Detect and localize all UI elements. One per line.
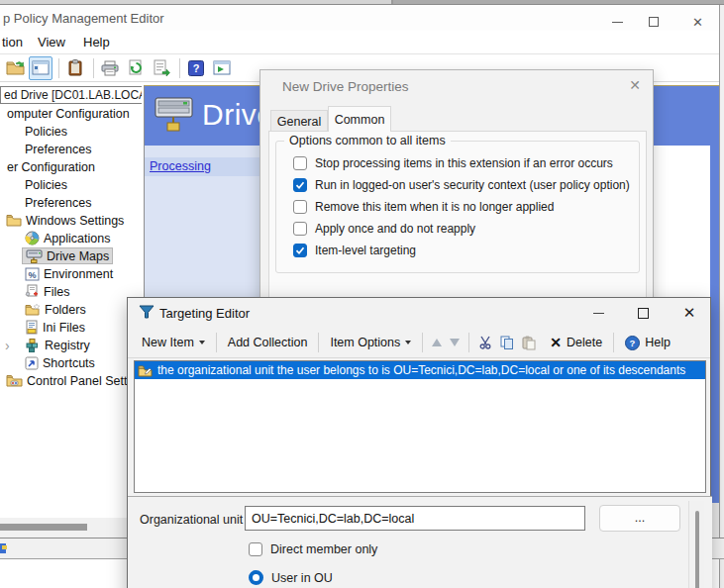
- stop-processing-checkbox[interactable]: [293, 156, 307, 170]
- svg-text:%: %: [28, 269, 36, 279]
- direct-member-checkbox[interactable]: [249, 542, 262, 556]
- tree-item-control-panel-settings[interactable]: Control Panel Sett: [0, 372, 142, 390]
- direct-member-only-row[interactable]: Direct member only: [249, 542, 377, 556]
- te-minimize-button[interactable]: [583, 298, 613, 328]
- option-row-stop-processing[interactable]: Stop processing items in this extension …: [293, 155, 613, 171]
- te-close-button[interactable]: ✕: [674, 298, 704, 328]
- paste-icon: [522, 336, 536, 350]
- open-folder-arrow-icon[interactable]: [3, 56, 27, 80]
- files-icon: [25, 284, 40, 299]
- tree-item-label: Control Panel Sett: [27, 372, 127, 390]
- direct-member-label: Direct member only: [270, 542, 377, 556]
- tree-item-registry[interactable]: ›Registry: [0, 337, 142, 354]
- toolbar-separator: [468, 333, 469, 352]
- tree-item-user-configuration[interactable]: er Configuration: [0, 158, 142, 176]
- tree-item-folders[interactable]: Folders: [0, 301, 142, 319]
- processing-link[interactable]: Processing: [150, 159, 211, 173]
- tree-item-environment[interactable]: %Environment: [0, 265, 142, 283]
- printer-icon[interactable]: [98, 56, 122, 80]
- delete-button[interactable]: ✕Delete: [544, 331, 608, 354]
- remove-when-no-longer-applied-checkbox[interactable]: [293, 200, 307, 214]
- arrow-up-icon: [432, 339, 442, 346]
- targeting-item-row[interactable]: the organizational unit the user belongs…: [135, 361, 705, 379]
- tree-item-computer-configuration[interactable]: omputer Configuration: [0, 105, 142, 123]
- option-row-apply-once[interactable]: Apply once and do not reapply: [293, 221, 475, 237]
- tree-horizontal-scrollbar[interactable]: [0, 518, 142, 538]
- arrow-down-icon: [450, 339, 460, 346]
- tree-item-drive-maps[interactable]: Drive Maps: [0, 247, 142, 265]
- move-up-button[interactable]: [428, 335, 446, 350]
- item-level-targeting-checkbox[interactable]: [293, 244, 307, 257]
- toolbar-separator: [179, 58, 180, 78]
- scrollbar-thumb[interactable]: [0, 524, 87, 531]
- cut-button[interactable]: [474, 332, 496, 353]
- close-button[interactable]: ✕: [692, 16, 703, 29]
- window-play-icon[interactable]: [210, 56, 234, 80]
- menu-view[interactable]: View: [38, 35, 65, 49]
- menu-tion[interactable]: tion: [2, 35, 23, 49]
- tree-root-node[interactable]: ed Drive [DC01.LAB.LOCA: [0, 86, 142, 104]
- minimize-button[interactable]: [612, 22, 623, 23]
- item-options-button[interactable]: Item Options: [324, 332, 417, 353]
- dialog-close-icon[interactable]: ✕: [629, 77, 641, 93]
- copy-button[interactable]: [496, 332, 518, 353]
- applications-icon: [25, 231, 40, 245]
- option-label: Apply once and do not reapply: [315, 222, 475, 236]
- export-list-icon[interactable]: [150, 56, 173, 80]
- tree-item-windows-settings[interactable]: Windows Settings: [0, 212, 142, 230]
- help-box-icon[interactable]: ?: [184, 56, 208, 80]
- toolbar-separator: [216, 333, 217, 352]
- tree-item-computer-preferences[interactable]: Preferences: [0, 141, 142, 158]
- refresh-icon[interactable]: [124, 56, 148, 80]
- option-label: Stop processing items in this extension …: [315, 156, 613, 170]
- tree-item-computer-policies[interactable]: Policies: [0, 123, 142, 141]
- user-in-ou-row[interactable]: User in OU: [249, 570, 333, 585]
- expander-chevron-icon[interactable]: ›: [5, 337, 10, 354]
- console-tree: ed Drive [DC01.LAB.LOCAomputer Configura…: [0, 82, 142, 518]
- tree-item-label: Policies: [25, 176, 67, 194]
- option-row-item-level-targeting[interactable]: Item-level targeting: [293, 243, 416, 258]
- toolbar-separator: [613, 333, 614, 352]
- tree-item-ini-files[interactable]: Ini Files: [0, 319, 142, 337]
- delete-label: Delete: [567, 336, 602, 349]
- user-in-ou-radio[interactable]: [249, 570, 263, 585]
- tree-item-files[interactable]: Files: [0, 283, 142, 301]
- tab-common[interactable]: Common: [328, 106, 391, 132]
- organizational-unit-input[interactable]: [245, 506, 585, 531]
- run-user-context-checkbox[interactable]: [293, 178, 307, 192]
- tree-item-applications[interactable]: Applications: [0, 230, 142, 247]
- tree-item-user-policies[interactable]: Policies: [0, 176, 142, 194]
- option-row-run-user-context[interactable]: Run in logged-on user's security context…: [293, 177, 630, 193]
- toolbar-separator: [422, 333, 423, 352]
- paste-button[interactable]: [518, 332, 544, 354]
- option-label: Run in logged-on user's security context…: [315, 178, 630, 192]
- maximize-button[interactable]: [649, 17, 659, 27]
- control-panel-icon: [6, 374, 23, 387]
- console-window-icon[interactable]: [29, 56, 52, 80]
- clipboard-icon[interactable]: [63, 56, 87, 80]
- move-down-button[interactable]: [446, 335, 464, 350]
- new-item-button[interactable]: New Item: [136, 332, 211, 353]
- detail-scrollbar-thumb[interactable]: [695, 511, 699, 588]
- status-icon-fragment: [0, 542, 9, 558]
- tab-general[interactable]: General: [270, 110, 328, 132]
- menu-help[interactable]: Help: [83, 35, 110, 49]
- te-maximize-button[interactable]: [628, 298, 658, 328]
- tree-item-label: Policies: [25, 123, 67, 141]
- window-right-gutter: [719, 5, 724, 588]
- option-label: Item-level targeting: [315, 244, 416, 257]
- browse-button[interactable]: ...: [599, 505, 680, 532]
- screen: p Policy Management Editor ✕ tionViewHel…: [0, 0, 724, 588]
- item-options-button-label: Item Options: [330, 336, 400, 349]
- tree-item-user-preferences[interactable]: Preferences: [0, 194, 142, 212]
- gpme-window-title: p Policy Management Editor: [3, 11, 164, 26]
- add-collection-button[interactable]: Add Collection: [222, 332, 314, 353]
- drive-icon: [26, 249, 43, 263]
- option-row-remove-when-no-longer-applied[interactable]: Remove this item when it is no longer ap…: [293, 199, 554, 215]
- targeting-editor-toolbar: New ItemAdd CollectionItem Options✕Delet…: [128, 328, 710, 358]
- help-button[interactable]: ?Help: [619, 332, 676, 354]
- detail-vertical-scrollbar[interactable]: [688, 501, 704, 588]
- apply-once-checkbox[interactable]: [293, 222, 307, 236]
- gpme-titlebar: p Policy Management Editor ✕: [0, 5, 724, 31]
- tree-item-shortcuts[interactable]: Shortcuts: [0, 354, 142, 372]
